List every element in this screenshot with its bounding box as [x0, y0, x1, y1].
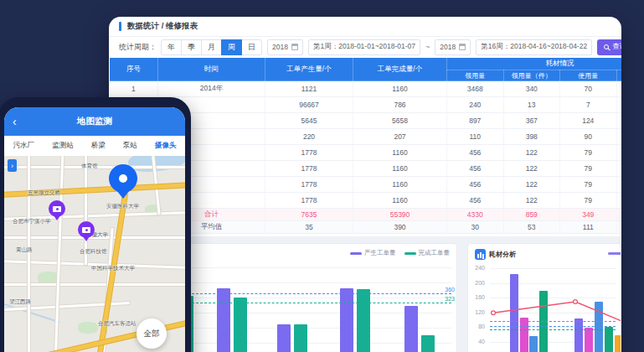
map-place-label: 望江西路	[9, 298, 31, 306]
map-place-label: 合肥汽车客运站	[98, 320, 137, 328]
table-cell: 340	[503, 81, 560, 97]
table-cell: 220	[265, 129, 353, 145]
selected-location-pin[interactable]	[109, 164, 137, 193]
phone-screen: ‹ 地图监测 污水厂监测站桥梁泵站摄像头	[4, 107, 185, 352]
table-cell: 90	[560, 129, 617, 145]
table-cell: 67	[616, 161, 621, 177]
table-cell: 390	[353, 221, 447, 234]
reference-line-label: 323	[445, 296, 455, 302]
table-cell: 1121	[265, 81, 353, 97]
table-cell: 53	[503, 221, 560, 234]
map-expand-button[interactable]: ›	[8, 159, 17, 172]
period-option-季[interactable]: 季	[181, 39, 202, 55]
map-place-label: 黄山路	[16, 246, 33, 254]
table-cell: 5658	[353, 113, 447, 129]
table-cell: 897	[447, 113, 504, 129]
table-cell: 122	[503, 193, 560, 209]
calendar-icon	[459, 44, 466, 50]
y-axis-tick: 80	[468, 324, 485, 329]
reference-line-label: 360	[445, 287, 455, 292]
column-header: 工单完成量/个	[353, 58, 447, 81]
phone-header: ‹ 地图监测	[4, 107, 185, 136]
workorder-chart-plot: 360323	[187, 244, 456, 352]
phone-tab-监测站[interactable]: 监测站	[52, 141, 74, 151]
table-cell: 67	[616, 193, 621, 209]
y-axis-tick: 240	[468, 265, 485, 271]
start-year-select[interactable]: 2018	[267, 39, 303, 55]
table-cell: 4330	[447, 209, 504, 221]
workorder-chart-panel: 产生工单量完成工单量 360323	[186, 243, 457, 352]
map-place-label: 合肥市宁溪小学	[13, 218, 51, 225]
show-all-button[interactable]: 全部	[137, 318, 167, 349]
table-cell: 79	[560, 161, 617, 177]
phone-tab-污水厂[interactable]: 污水厂	[13, 141, 35, 151]
column-header: 序号	[110, 58, 158, 81]
table-cell: 1160	[353, 177, 447, 193]
filter-toolbar: 统计周期： 年季月周日 2018 第1周：2018-01-01~2018-01-…	[109, 37, 621, 57]
table-cell: 13	[503, 97, 560, 113]
map-canvas[interactable]: › 全部 体育馆安徽医科大学五里墩立交桥合肥市宁溪小学安徽大学合肥科技馆黄山路中…	[4, 156, 185, 352]
table-cell: 7635	[265, 209, 353, 221]
table-header: 序号时间工单产生量/个工单完成量/个耗材情况领用量领用量（件）使用量库存量	[110, 58, 622, 81]
period-segmented-control: 年季月周日	[162, 39, 262, 55]
table-cell: 456	[447, 145, 504, 161]
consumables-bar	[529, 336, 538, 352]
search-icon	[604, 44, 609, 49]
table-cell: 207	[353, 129, 447, 145]
table-cell: 79	[560, 193, 617, 209]
period-option-日[interactable]: 日	[241, 39, 262, 55]
table-cell: 79	[560, 177, 617, 193]
page-background: 数据统计 / 维修报表 统计周期： 年季月周日 2018 第1周：2018-01…	[0, 0, 644, 352]
table-cell: 19	[616, 129, 621, 145]
table-cell: 456	[447, 193, 504, 209]
table-cell: 110	[447, 129, 504, 145]
sub-column-header: 领用量	[447, 70, 504, 81]
calendar-icon	[291, 44, 298, 50]
table-cell: 129	[616, 113, 621, 129]
end-year-select[interactable]: 2018	[435, 39, 471, 55]
bar-完成工单量	[421, 335, 435, 352]
phone-tab-桥梁[interactable]: 桥梁	[91, 141, 106, 151]
bar-完成工单量	[234, 298, 247, 352]
consumables-bar	[595, 302, 603, 352]
end-week-value: 第16周：2018-04-16~2018-04-22	[481, 42, 587, 52]
phone-tab-bar: 污水厂监测站桥梁泵站摄像头	[4, 136, 185, 156]
period-option-月[interactable]: 月	[201, 39, 222, 55]
end-year-value: 2018	[440, 43, 456, 51]
start-week-input[interactable]: 第1周：2018-01-01~2018-01-07	[308, 39, 420, 55]
phone-tab-泵站[interactable]: 泵站	[123, 141, 137, 151]
y-axis-tick: 120	[468, 309, 485, 315]
map-road	[28, 156, 30, 352]
camera-pin[interactable]	[78, 221, 95, 238]
sub-column-header: 领用量（件）	[503, 70, 560, 81]
sub-column-header: 使用量	[560, 70, 617, 81]
consumables-bar	[574, 318, 583, 352]
phone-tab-摄像头[interactable]: 摄像头	[155, 141, 177, 151]
camera-icon	[82, 227, 90, 233]
camera-pin[interactable]	[49, 200, 65, 217]
query-button[interactable]: 查询	[597, 39, 621, 55]
period-option-周[interactable]: 周	[221, 39, 242, 55]
table-cell: 96667	[265, 97, 353, 113]
breadcrumb-accent-bar	[119, 22, 121, 31]
breadcrumb-bar: 数据统计 / 维修报表	[109, 17, 621, 37]
table-cell: 1778	[265, 161, 353, 177]
table-cell: 67	[616, 145, 621, 161]
table-cell: 398	[503, 129, 560, 145]
group-column-header: 耗材情况	[447, 58, 622, 70]
start-year-value: 2018	[272, 43, 288, 51]
bar-产生工单量	[277, 324, 291, 352]
consumables-chart-panel: 耗材分析 2402001601208040	[467, 243, 621, 352]
gridline	[490, 283, 616, 284]
table-cell: 122	[503, 145, 560, 161]
table-cell: 70	[560, 81, 617, 97]
period-option-年[interactable]: 年	[161, 39, 182, 55]
query-button-label: 查询	[612, 42, 621, 52]
back-icon[interactable]: ‹	[13, 116, 17, 127]
y-axis-tick: 40	[468, 339, 485, 344]
map-place-label: 中国科学技术大学	[91, 265, 135, 272]
end-week-input[interactable]: 第16周：2018-04-16~2018-04-22	[476, 39, 592, 55]
table-cell: 67	[616, 177, 621, 193]
gridline	[192, 267, 451, 268]
reference-line	[192, 293, 451, 294]
